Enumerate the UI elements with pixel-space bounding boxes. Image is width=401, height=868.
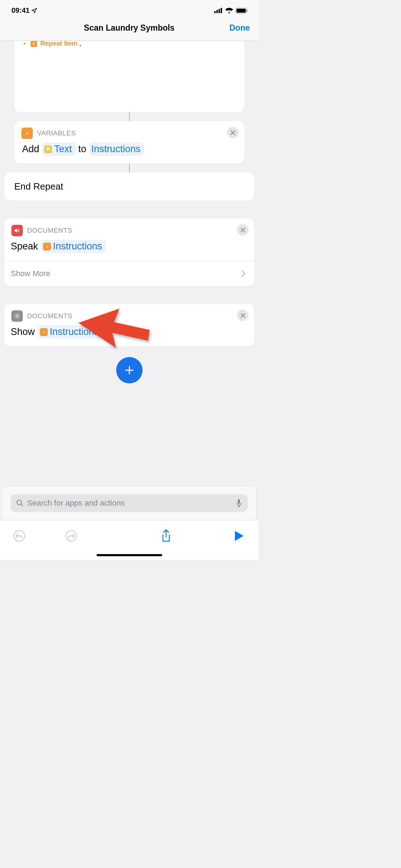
- card-body: Add Text to Instructions: [14, 143, 244, 164]
- card-header: DOCUMENTS: [4, 218, 254, 240]
- page-title: Scan Laundry Symbols: [84, 23, 174, 33]
- text-icon: [44, 145, 52, 153]
- status-indicators: [214, 8, 248, 14]
- undo-button[interactable]: [13, 529, 26, 542]
- card-header: DOCUMENTS: [4, 304, 254, 325]
- search-panel: Search for apps and actions: [2, 486, 257, 520]
- svg-point-9: [16, 315, 18, 317]
- gear-icon: [11, 310, 23, 322]
- text-action-card-partial[interactable]: - Repeat Item ,: [14, 41, 244, 112]
- card-category-label: VARIABLES: [37, 129, 76, 137]
- chevron-right-icon: [241, 270, 246, 277]
- wifi-icon: [225, 8, 233, 14]
- nav-header: Scan Laundry Symbols Done: [0, 18, 258, 41]
- variables-action-card[interactable]: x VARIABLES Add Text to Instructions: [14, 121, 244, 164]
- search-input[interactable]: Search for apps and actions: [11, 494, 248, 512]
- connector-line: [129, 164, 130, 172]
- partial-content: - Repeat Item ,: [24, 41, 235, 47]
- instructions-token[interactable]: Instructions: [89, 143, 144, 156]
- card-header: x VARIABLES: [14, 121, 244, 143]
- svg-marker-16: [235, 531, 243, 541]
- time-text: 09:41: [11, 6, 30, 15]
- svg-rect-0: [214, 11, 216, 13]
- show-more-button[interactable]: Show More: [4, 261, 254, 286]
- search-icon: [16, 500, 24, 507]
- repeat-item-chip[interactable]: Repeat Item: [40, 41, 77, 47]
- microphone-icon[interactable]: [236, 499, 242, 507]
- svg-rect-3: [221, 8, 222, 13]
- redo-button[interactable]: [65, 529, 78, 542]
- action-add: Add: [22, 144, 39, 155]
- dash: -: [24, 41, 26, 47]
- card-category-label: DOCUMENTS: [27, 312, 72, 320]
- end-repeat-card[interactable]: End Repeat: [4, 172, 254, 201]
- token-label: Instructions: [50, 326, 99, 337]
- svg-text:x: x: [42, 330, 45, 334]
- svg-rect-1: [216, 10, 218, 13]
- connector-line: [129, 112, 130, 121]
- variable-icon: x: [40, 328, 48, 336]
- svg-rect-2: [219, 9, 220, 13]
- search-placeholder: Search for apps and actions: [27, 498, 232, 508]
- speak-action-card[interactable]: DOCUMENTS Speak x Instructions Show More: [4, 218, 254, 286]
- play-button[interactable]: [233, 529, 246, 542]
- done-button[interactable]: Done: [230, 23, 250, 33]
- action-to: to: [78, 144, 87, 155]
- battery-icon: [236, 8, 248, 14]
- variable-icon: x: [43, 243, 51, 250]
- card-body: Speak x Instructions: [4, 240, 254, 261]
- action-speak: Speak: [11, 241, 38, 252]
- suffix: ,: [79, 41, 81, 47]
- card-category-label: DOCUMENTS: [27, 227, 72, 234]
- variable-icon: [31, 41, 37, 47]
- variables-icon: x: [21, 128, 33, 139]
- end-repeat-label: End Repeat: [14, 181, 63, 192]
- token-label: Text: [54, 144, 72, 155]
- add-action-button[interactable]: [116, 357, 143, 383]
- instructions-token[interactable]: x Instructions: [38, 325, 103, 339]
- token-label: Instructions: [53, 241, 102, 252]
- svg-text:x: x: [26, 130, 29, 136]
- status-bar: 09:41: [0, 0, 258, 18]
- show-more-label: Show More: [11, 269, 50, 278]
- location-icon: [31, 8, 37, 14]
- speaker-icon: [11, 225, 23, 236]
- instructions-token[interactable]: x Instructions: [41, 240, 106, 253]
- token-label: Instructions: [91, 144, 140, 155]
- home-indicator: [97, 554, 162, 556]
- status-time: 09:41: [11, 6, 37, 15]
- cellular-icon: [214, 8, 223, 13]
- svg-text:x: x: [46, 244, 48, 249]
- text-token[interactable]: Text: [42, 143, 76, 156]
- close-button[interactable]: [237, 224, 248, 236]
- show-action-card[interactable]: DOCUMENTS Show x Instructions: [4, 304, 254, 346]
- share-button[interactable]: [160, 529, 173, 542]
- close-button[interactable]: [237, 310, 248, 321]
- svg-rect-13: [238, 499, 240, 504]
- close-button[interactable]: [227, 127, 238, 138]
- plus-icon: [124, 365, 135, 376]
- card-body: Show x Instructions: [4, 325, 254, 346]
- svg-rect-5: [237, 9, 246, 12]
- content-area: - Repeat Item , x VARIABLES Add Text: [0, 41, 258, 383]
- action-show: Show: [11, 326, 35, 337]
- svg-rect-6: [247, 10, 248, 12]
